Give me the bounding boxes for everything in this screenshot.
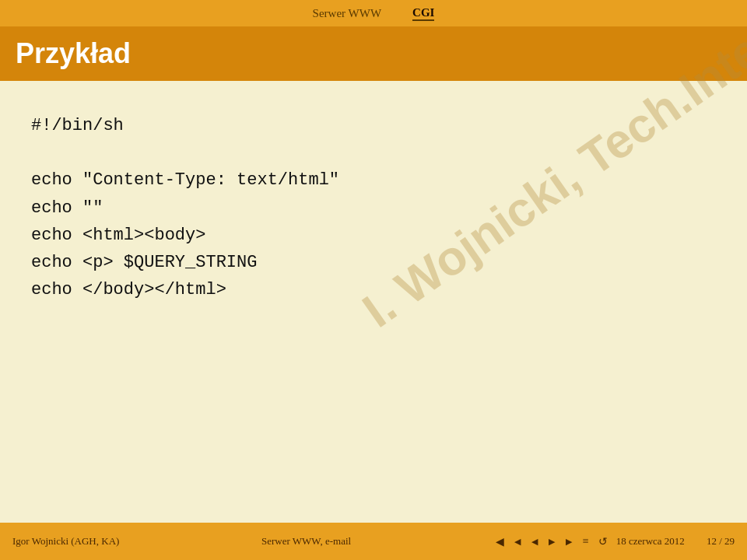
code-line-1: #!/bin/sh (31, 112, 716, 139)
code-line-3: echo "Content-Type: text/html" (31, 166, 716, 194)
nav-prev-section-icon[interactable]: ◀ (510, 534, 524, 548)
nav-menu-icon[interactable]: ≡ (579, 534, 593, 548)
nav-first-icon[interactable]: ◀ (493, 534, 507, 548)
page-title: Przykład (16, 37, 131, 70)
footer-center: Serwer WWW, e-mail (261, 535, 351, 548)
nav-cgi[interactable]: CGI (412, 6, 434, 21)
main-content: I. Wojnicki, Tech.Inter. #!/bin/sh echo … (0, 81, 747, 524)
footer-date: 18 czerwca 2012 (616, 535, 685, 548)
code-line-5: echo <html><body> (31, 222, 716, 249)
code-line-7: echo </body></html> (31, 276, 716, 303)
bottom-bar: Igor Wojnicki (AGH, KA) Serwer WWW, e-ma… (0, 523, 747, 560)
top-navbar: Serwer WWW CGI (0, 0, 747, 26)
nav-serwer-www[interactable]: Serwer WWW (313, 7, 381, 20)
nav-refresh-icon[interactable]: ↺ (596, 534, 610, 548)
title-bar: Przykład (0, 26, 747, 81)
code-block: #!/bin/sh echo "Content-Type: text/html"… (31, 112, 716, 303)
nav-prev-icon[interactable]: ◀ (528, 534, 542, 548)
nav-next-icon[interactable]: ▶ (545, 534, 559, 548)
code-line-4: echo "" (31, 194, 716, 222)
footer-right: ◀ ◀ ◀ ▶ ▶ ≡ ↺ 18 czerwca 2012 12 / 29 (493, 534, 735, 548)
code-line-6: echo <p> $QUERY_STRING (31, 249, 716, 276)
nav-next-section-icon[interactable]: ▶ (562, 534, 576, 548)
footer-page: 12 / 29 (707, 535, 735, 548)
nav-controls: ◀ ◀ ◀ ▶ ▶ ≡ ↺ (493, 534, 610, 548)
footer-author: Igor Wojnicki (AGH, KA) (12, 535, 119, 548)
